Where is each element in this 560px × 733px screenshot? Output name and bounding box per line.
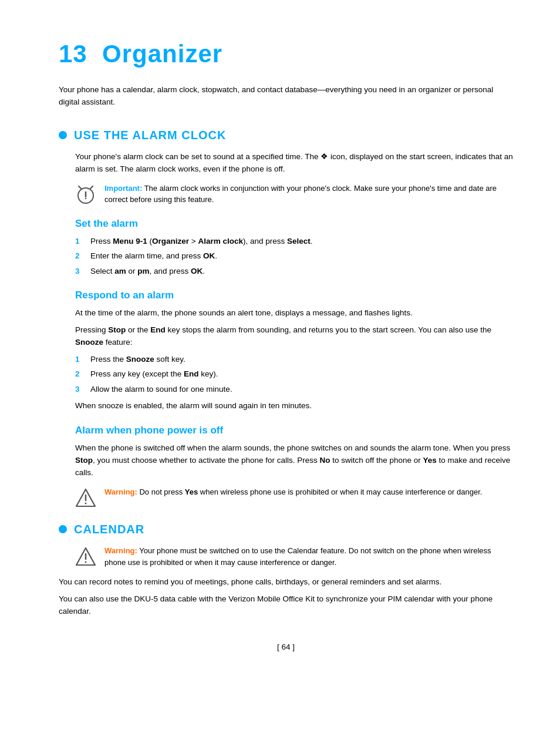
step-text: Allow the alarm to sound for one minute. bbox=[90, 384, 232, 395]
step-item: 2 Press any key (except the End key). bbox=[75, 368, 513, 380]
step-item: 3 Select am or pm, and press OK. bbox=[75, 265, 513, 277]
bullet-icon bbox=[59, 525, 67, 533]
alarm-clock-section: USE THE ALARM CLOCK Your phone's alarm c… bbox=[59, 126, 513, 509]
chapter-number: 13 bbox=[59, 40, 87, 68]
step-text: Press the Snooze soft key. bbox=[90, 354, 185, 365]
alarm-power-off-para: When the phone is switched off when the … bbox=[75, 442, 513, 479]
important-notice-text: Important: The alarm clock works in conj… bbox=[104, 183, 513, 206]
warning-notice-calendar: Warning: Your phone must be switched on … bbox=[59, 545, 513, 568]
step-number: 1 bbox=[75, 354, 87, 365]
set-alarm-subsection: Set the alarm 1 Press Menu 9-1 (Organize… bbox=[59, 216, 513, 277]
warning-icon bbox=[75, 546, 96, 567]
chapter-name: Organizer bbox=[102, 40, 222, 68]
page-number-container: [ 64 ] bbox=[59, 641, 513, 653]
step-number: 2 bbox=[75, 368, 87, 380]
warning-label: Warning: bbox=[104, 487, 137, 496]
intro-paragraph: Your phone has a calendar, alarm clock, … bbox=[59, 84, 513, 109]
step-item: 2 Enter the alarm time, and press OK. bbox=[75, 250, 513, 262]
svg-point-12 bbox=[85, 561, 87, 563]
svg-point-9 bbox=[85, 503, 87, 505]
step-text: Enter the alarm time, and press OK. bbox=[90, 250, 217, 262]
calendar-title: CALENDAR bbox=[74, 520, 144, 538]
calendar-warning-text: Warning: Your phone must be switched on … bbox=[104, 545, 513, 568]
alarm-clock-heading: USE THE ALARM CLOCK bbox=[59, 126, 513, 144]
set-alarm-heading: Set the alarm bbox=[75, 216, 513, 231]
set-alarm-steps: 1 Press Menu 9-1 (Organizer > Alarm cloc… bbox=[75, 236, 513, 277]
calendar-para1: You can record notes to remind you of me… bbox=[59, 576, 513, 589]
respond-alarm-para2: Pressing Stop or the End key stops the a… bbox=[75, 324, 513, 349]
alarm-icon bbox=[75, 184, 96, 205]
svg-point-2 bbox=[85, 197, 86, 199]
step-number: 3 bbox=[75, 384, 87, 395]
step-item: 1 Press Menu 9-1 (Organizer > Alarm cloc… bbox=[75, 236, 513, 247]
step-number: 2 bbox=[75, 250, 87, 262]
step-number: 1 bbox=[75, 236, 87, 247]
alarm-power-off-heading: Alarm when phone power is off bbox=[75, 423, 513, 438]
bullet-icon bbox=[59, 131, 67, 139]
svg-line-5 bbox=[79, 186, 80, 188]
step-text: Select am or pm, and press OK. bbox=[90, 265, 205, 277]
important-notice: Important: The alarm clock works in conj… bbox=[59, 183, 513, 206]
svg-line-6 bbox=[91, 186, 93, 188]
respond-alarm-steps: 1 Press the Snooze soft key. 2 Press any… bbox=[75, 354, 513, 395]
respond-alarm-subsection: Respond to an alarm At the time of the a… bbox=[59, 288, 513, 412]
warning-label: Warning: bbox=[104, 546, 137, 555]
snooze-note: When snooze is enabled, the alarm will s… bbox=[75, 400, 513, 412]
alarm-power-off-subsection: Alarm when phone power is off When the p… bbox=[59, 423, 513, 509]
respond-alarm-heading: Respond to an alarm bbox=[75, 288, 513, 303]
chapter-title: 13 Organizer bbox=[59, 35, 513, 72]
alarm-clock-title: USE THE ALARM CLOCK bbox=[74, 126, 226, 144]
warning-notice-text: Warning: Do not press Yes when wireless … bbox=[104, 486, 482, 498]
calendar-section: CALENDAR Warning: Your phone must be swi… bbox=[59, 520, 513, 618]
step-item: 3 Allow the alarm to sound for one minut… bbox=[75, 384, 513, 395]
step-text: Press any key (except the End key). bbox=[90, 368, 218, 380]
alarm-clock-description: Your phone's alarm clock can be set to s… bbox=[59, 151, 513, 176]
warning-icon bbox=[75, 487, 96, 509]
important-label: Important: bbox=[104, 184, 142, 193]
page-number: [ 64 ] bbox=[277, 643, 295, 651]
calendar-para2: You can also use the DKU-5 data cable wi… bbox=[59, 593, 513, 618]
calendar-heading: CALENDAR bbox=[59, 520, 513, 538]
warning-notice-alarm: Warning: Do not press Yes when wireless … bbox=[75, 486, 513, 509]
respond-alarm-para1: At the time of the alarm, the phone soun… bbox=[75, 307, 513, 320]
step-number: 3 bbox=[75, 265, 87, 277]
step-text: Press Menu 9-1 (Organizer > Alarm clock)… bbox=[90, 236, 313, 247]
step-item: 1 Press the Snooze soft key. bbox=[75, 354, 513, 365]
